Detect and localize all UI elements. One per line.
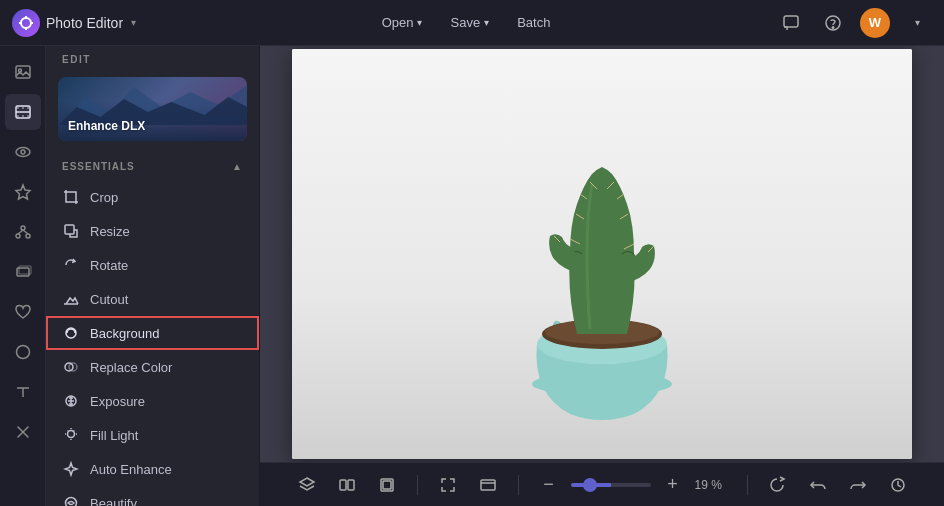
tool-label-fill-light: Fill Light: [90, 428, 138, 443]
svg-point-36: [68, 431, 75, 438]
layers-toggle-button[interactable]: [293, 471, 321, 499]
zoom-controls: − + 19 %: [535, 471, 731, 499]
undo-button[interactable]: [804, 471, 832, 499]
background-icon: [62, 324, 80, 342]
main-content: EDIT Enhance DLX ESSENTIALS ▲ Crop: [0, 46, 944, 506]
tool-item-fill-light[interactable]: Fill Light: [46, 418, 259, 452]
user-menu-arrow[interactable]: ▾: [902, 8, 932, 38]
essentials-header: ESSENTIALS ▲: [46, 153, 259, 180]
user-avatar-button[interactable]: W: [860, 8, 890, 38]
edit-section-label: EDIT: [46, 46, 259, 69]
zoom-label: 19 %: [695, 478, 731, 492]
logo-area: Photo Editor ▾: [12, 9, 136, 37]
divider-1: [417, 475, 418, 495]
svg-point-14: [16, 148, 30, 157]
tool-item-crop[interactable]: Crop: [46, 180, 259, 214]
sidebar-item-favorites[interactable]: [5, 174, 41, 210]
tool-label-crop: Crop: [90, 190, 118, 205]
tools-panel: EDIT Enhance DLX ESSENTIALS ▲ Crop: [46, 46, 260, 506]
svg-rect-58: [481, 480, 495, 490]
divider-2: [518, 475, 519, 495]
compare-button[interactable]: [333, 471, 361, 499]
svg-point-19: [26, 234, 30, 238]
svg-rect-55: [348, 480, 354, 490]
tool-label-rotate: Rotate: [90, 258, 128, 273]
exposure-icon: [62, 392, 80, 410]
tool-item-cutout[interactable]: Cutout: [46, 282, 259, 316]
auto-enhance-icon: [62, 460, 80, 478]
tool-item-beautify[interactable]: Beautify: [46, 486, 259, 506]
app-title: Photo Editor: [46, 15, 123, 31]
tool-label-auto-enhance: Auto Enhance: [90, 462, 172, 477]
sidebar-item-shape[interactable]: [5, 334, 41, 370]
canvas-wrapper: [260, 46, 944, 462]
svg-rect-1: [784, 16, 798, 27]
expand-button[interactable]: [434, 471, 462, 499]
crop-icon: [62, 188, 80, 206]
svg-rect-57: [383, 481, 391, 489]
sidebar-item-view[interactable]: [5, 134, 41, 170]
zoom-slider[interactable]: [571, 483, 651, 487]
svg-line-21: [23, 230, 28, 234]
tool-label-replace-color: Replace Color: [90, 360, 172, 375]
bottom-bar: − + 19 %: [260, 462, 944, 506]
tool-item-exposure[interactable]: Exposure: [46, 384, 259, 418]
svg-point-18: [16, 234, 20, 238]
essentials-collapse-icon[interactable]: ▲: [232, 161, 243, 172]
svg-marker-53: [300, 478, 314, 486]
sidebar-item-image[interactable]: [5, 54, 41, 90]
redo-button[interactable]: [844, 471, 872, 499]
tool-label-resize: Resize: [90, 224, 130, 239]
tool-item-resize[interactable]: Resize: [46, 214, 259, 248]
batch-button[interactable]: Batch: [507, 10, 560, 35]
open-button[interactable]: Open ▾: [372, 10, 433, 35]
resize-icon: [62, 222, 80, 240]
tool-label-cutout: Cutout: [90, 292, 128, 307]
tool-item-replace-color[interactable]: Replace Color: [46, 350, 259, 384]
help-icon-button[interactable]: [818, 8, 848, 38]
enhance-card-label: Enhance DLX: [68, 119, 145, 133]
chat-icon-button[interactable]: [776, 8, 806, 38]
save-button[interactable]: Save ▾: [440, 10, 499, 35]
svg-point-15: [21, 150, 25, 154]
cactus-scene: [292, 49, 912, 459]
svg-rect-31: [65, 225, 74, 234]
sidebar-item-edit[interactable]: [5, 94, 41, 130]
topbar-right: W ▾: [776, 8, 932, 38]
zoom-in-button[interactable]: +: [659, 471, 687, 499]
topbar: Photo Editor ▾ Open ▾ Save ▾ Batch: [0, 0, 944, 46]
sidebar-item-text[interactable]: [5, 374, 41, 410]
sidebar-item-layers[interactable]: [5, 254, 41, 290]
canvas-area: − + 19 %: [260, 46, 944, 506]
cutout-icon: [62, 290, 80, 308]
sidebar-item-heart[interactable]: [5, 294, 41, 330]
tool-item-background[interactable]: Background: [46, 316, 259, 350]
tool-item-rotate[interactable]: Rotate: [46, 248, 259, 282]
replace-color-icon: [62, 358, 80, 376]
divider-3: [747, 475, 748, 495]
app-logo: [12, 9, 40, 37]
app-title-arrow: ▾: [131, 17, 136, 28]
fullscreen-button[interactable]: [474, 471, 502, 499]
tool-item-auto-enhance[interactable]: Auto Enhance: [46, 452, 259, 486]
zoom-out-button[interactable]: −: [535, 471, 563, 499]
beautify-icon: [62, 494, 80, 506]
canvas-bg: [292, 49, 912, 459]
sidebar-item-nodes[interactable]: [5, 214, 41, 250]
svg-point-24: [16, 346, 29, 359]
tool-label-background: Background: [90, 326, 159, 341]
sidebar-item-brush[interactable]: [5, 414, 41, 450]
rotate-left-button[interactable]: [764, 471, 792, 499]
svg-point-17: [21, 226, 25, 230]
svg-point-0: [21, 18, 31, 28]
tool-label-exposure: Exposure: [90, 394, 145, 409]
svg-line-20: [18, 230, 23, 234]
fit-button[interactable]: [373, 471, 401, 499]
svg-rect-54: [340, 480, 346, 490]
essentials-label: ESSENTIALS: [62, 161, 135, 172]
history-button[interactable]: [884, 471, 912, 499]
svg-point-3: [832, 26, 834, 28]
topbar-center: Open ▾ Save ▾ Batch: [156, 10, 776, 35]
enhance-dlx-card[interactable]: Enhance DLX: [58, 77, 247, 141]
cactus-svg: [422, 54, 782, 454]
